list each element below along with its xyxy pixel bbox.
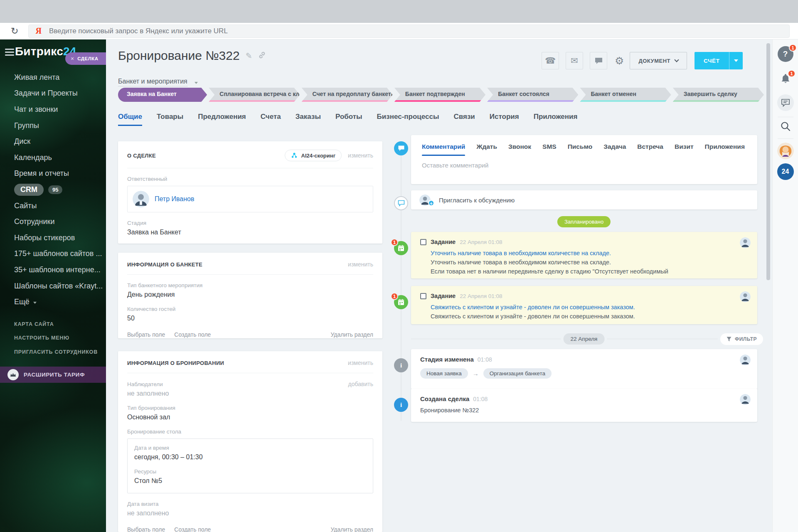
sitemap-link[interactable]: КАРТА САЙТА bbox=[0, 317, 106, 331]
sidebar-item-crm[interactable]: CRM95 bbox=[0, 182, 106, 198]
select-field-link[interactable]: Выбрать поле bbox=[127, 526, 165, 532]
stage-close-deal[interactable]: Завершить сделку bbox=[673, 88, 764, 102]
call-button[interactable]: ☎ bbox=[542, 52, 559, 69]
sidebar: Битрикс24 × СДЕЛКА Живая лента Задачи и … bbox=[0, 39, 106, 532]
search-button[interactable] bbox=[780, 121, 791, 133]
tab-apps[interactable]: Приложения bbox=[534, 113, 578, 126]
tl-tab-call[interactable]: Звонок bbox=[508, 143, 531, 150]
deal-created-entry: Создана сделка 01:08 Бронирование №322 bbox=[411, 389, 757, 422]
pipeline-selector[interactable]: Банкет и мероприятия bbox=[118, 78, 198, 86]
address-bar[interactable]: Я bbox=[28, 25, 790, 38]
brand-text: Битрикс bbox=[15, 45, 63, 58]
tab-links[interactable]: Связи bbox=[453, 113, 475, 126]
invite-employees-link[interactable]: ПРИГЛАСИТЬ СОТРУДНИКОВ bbox=[0, 345, 106, 359]
stage-zayavka[interactable]: Заявка на Банкет bbox=[118, 88, 207, 102]
pipeline-stage-bar: Заявка на Банкет Спланирована встреча с … bbox=[118, 88, 764, 102]
configure-menu-link[interactable]: НАСТРОИТЬ МЕНЮ bbox=[0, 331, 106, 345]
close-icon[interactable]: × bbox=[71, 56, 74, 62]
refresh-icon[interactable]: ↻ bbox=[11, 27, 18, 36]
tl-tab-sms[interactable]: SMS bbox=[542, 143, 557, 150]
tl-tab-email[interactable]: Письмо bbox=[568, 143, 593, 150]
task-checkbox[interactable] bbox=[420, 293, 426, 299]
hamburger-menu-icon[interactable] bbox=[5, 49, 14, 57]
tab-robots[interactable]: Роботы bbox=[335, 113, 362, 126]
responsible-field[interactable]: Петр Иванов bbox=[127, 186, 373, 212]
copy-link-icon[interactable] bbox=[258, 51, 266, 60]
tl-tab-apps[interactable]: Приложения bbox=[705, 143, 745, 150]
document-button[interactable]: ДОКУМЕНТ bbox=[630, 52, 687, 69]
task-link[interactable]: Уточнить наличие товара в необходимом ко… bbox=[431, 250, 748, 256]
scrollbar[interactable] bbox=[766, 43, 770, 280]
tab-history[interactable]: История bbox=[490, 113, 519, 126]
comment-input[interactable]: Оставьте комментарий bbox=[422, 162, 746, 169]
create-field-link[interactable]: Создать поле bbox=[174, 331, 211, 338]
sidebar-item-site-templates[interactable]: 175+ шаблонов сайтов ... bbox=[0, 246, 106, 262]
gear-icon[interactable]: ⚙ bbox=[615, 56, 624, 66]
responsible-name-link[interactable]: Петр Иванов bbox=[155, 195, 195, 203]
deal-info-card: О СДЕЛКЕ AI24-скоринг изменить Ответстве… bbox=[118, 141, 382, 244]
invoice-dropdown[interactable] bbox=[729, 52, 743, 69]
upgrade-plan-button[interactable]: РАСШИРИТЬ ТАРИФ bbox=[0, 367, 106, 383]
field-value: сегодня, 00:30 – 01:30 bbox=[134, 453, 366, 461]
sidebar-item-stickers[interactable]: Наборы стикеров bbox=[0, 230, 106, 246]
stage-meeting-planned[interactable]: Спланирована встреча с кл... bbox=[209, 88, 300, 102]
bitrix24-badge[interactable]: 24 bbox=[777, 163, 794, 180]
email-button[interactable]: ✉ bbox=[566, 52, 583, 69]
edit-section-link[interactable]: изменить bbox=[348, 152, 373, 159]
messenger-button[interactable] bbox=[777, 94, 794, 111]
tl-tab-meeting[interactable]: Встреча bbox=[637, 143, 663, 150]
stage-confirmed[interactable]: Банкет подтвержден bbox=[394, 88, 485, 102]
sidebar-item-krayt-templates[interactable]: Шаблоны сайтов «Krayt... bbox=[0, 278, 106, 294]
delete-section-link[interactable]: Удалить раздел bbox=[330, 331, 373, 338]
sidebar-item-employees[interactable]: Сотрудники bbox=[0, 214, 106, 230]
edit-section-link[interactable]: изменить bbox=[348, 261, 373, 268]
add-observer-link[interactable]: добавить bbox=[348, 381, 373, 387]
task-entry[interactable]: Задание 22 Апреля 01:08 Уточнить наличие… bbox=[411, 232, 757, 278]
tab-business-processes[interactable]: Бизнес-процессы bbox=[377, 113, 439, 126]
notifications-button[interactable]: 1 bbox=[779, 72, 792, 85]
url-input[interactable] bbox=[49, 27, 783, 35]
sidebar-item-live-feed[interactable]: Живая лента bbox=[0, 69, 106, 86]
sidebar-item-groups[interactable]: Группы bbox=[0, 118, 106, 134]
task-checkbox[interactable] bbox=[420, 239, 426, 245]
funnel-icon bbox=[727, 337, 732, 342]
task-entry[interactable]: Задание 22 Апреля 01:08 Свяжитесь с клие… bbox=[411, 286, 757, 324]
tab-general[interactable]: Общие bbox=[118, 113, 142, 126]
tab-products[interactable]: Товары bbox=[157, 113, 183, 126]
sidebar-item-more[interactable]: Ещё bbox=[0, 294, 106, 310]
filter-button[interactable]: ФИЛЬТР bbox=[720, 333, 763, 345]
user-avatar[interactable] bbox=[777, 143, 794, 159]
ai-scoring-chip[interactable]: AI24-скоринг bbox=[285, 150, 342, 161]
edit-title-icon[interactable]: ✎ bbox=[246, 52, 252, 60]
sidebar-item-time-reports[interactable]: Время и отчеты bbox=[0, 166, 106, 182]
stage-cancelled[interactable]: Банкет отменен bbox=[580, 88, 671, 102]
sidebar-item-drive[interactable]: Диск bbox=[0, 133, 106, 150]
notification-badge: 1 bbox=[391, 239, 398, 246]
tl-tab-wait[interactable]: Ждать bbox=[476, 143, 497, 150]
tl-tab-task[interactable]: Задача bbox=[603, 143, 626, 150]
delete-section-link[interactable]: Удалить раздел bbox=[330, 526, 373, 532]
select-field-link[interactable]: Выбрать поле bbox=[127, 331, 165, 338]
stage-took-place[interactable]: Банкет состоялся bbox=[487, 88, 578, 102]
stage-prepayment-invoice[interactable]: Счет на предоплату банкета bbox=[302, 88, 393, 102]
sidebar-item-tasks[interactable]: Задачи и Проекты bbox=[0, 86, 106, 102]
tab-invoices[interactable]: Счета bbox=[261, 113, 281, 126]
sidebar-item-chat[interactable]: Чат и звонки bbox=[0, 101, 106, 118]
chat-button[interactable] bbox=[590, 52, 607, 69]
invoice-button[interactable]: СЧЁТ bbox=[695, 52, 743, 69]
task-link[interactable]: Свяжитесь с клиентом и узнайте - доволен… bbox=[431, 304, 748, 310]
deal-tab-pill[interactable]: × СДЕЛКА bbox=[65, 52, 106, 65]
edit-section-link[interactable]: изменить bbox=[348, 360, 373, 366]
tab-quotes[interactable]: Предложения bbox=[198, 113, 246, 126]
tab-orders[interactable]: Заказы bbox=[296, 113, 321, 126]
upgrade-label: РАСШИРИТЬ ТАРИФ bbox=[24, 372, 85, 378]
create-field-link[interactable]: Создать поле bbox=[174, 526, 211, 532]
help-button[interactable]: ? 1 bbox=[778, 46, 793, 62]
tl-tab-comment[interactable]: Комментарий bbox=[422, 143, 465, 150]
sidebar-item-shop-templates[interactable]: 35+ шаблонов интерне... bbox=[0, 262, 106, 278]
invite-to-discussion[interactable]: + Пригласить к обсуждению bbox=[411, 190, 757, 209]
sidebar-item-calendar[interactable]: Календарь bbox=[0, 150, 106, 166]
sidebar-item-sites[interactable]: Сайты bbox=[0, 198, 106, 214]
field-value: День рождения bbox=[127, 291, 373, 298]
tl-tab-visit[interactable]: Визит bbox=[675, 143, 694, 150]
